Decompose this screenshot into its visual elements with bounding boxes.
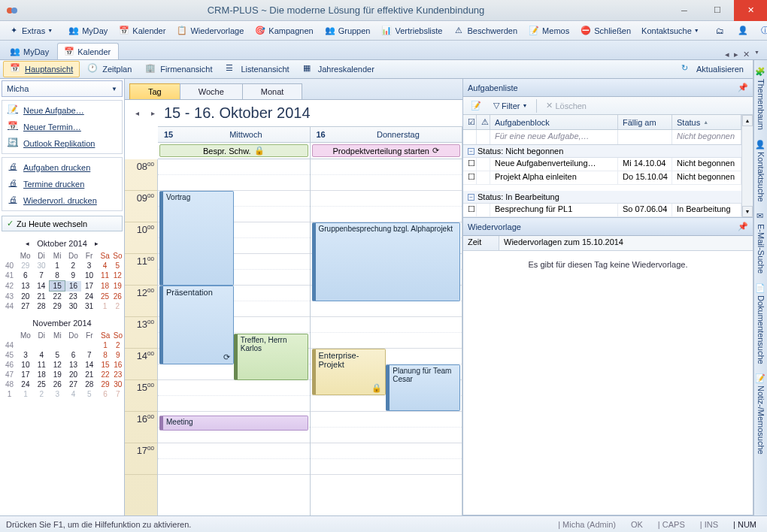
minical-day[interactable]: 30 (65, 301, 81, 311)
tab-close-icon[interactable]: ✕ (743, 50, 750, 59)
minical-day[interactable]: 1 (50, 261, 65, 271)
minical-day[interactable]: 27 (65, 379, 81, 389)
minical-day[interactable]: 22 (97, 370, 113, 379)
righttab-notizmemo[interactable]: 📝Notiz-/Memosuche (756, 373, 765, 455)
tasks-scrollbar[interactable]: ▲ ▼ (741, 115, 753, 217)
minical-day[interactable]: 15 (97, 360, 113, 370)
minical-day[interactable] (50, 340, 65, 350)
righttab-dokumentensuche[interactable]: 📄Dokumentensuche (756, 283, 765, 364)
allday-event-2[interactable]: Prodpektverteilung starten⟳ (312, 144, 461, 157)
event-planung[interactable]: Planung für Team Cesar (386, 364, 460, 411)
kontaktsuche-button[interactable]: Kontaktsuche▼ (637, 25, 704, 37)
caltab-woche[interactable]: Woche (180, 83, 243, 99)
minical-day[interactable]: 2 (113, 301, 122, 311)
scroll-up-icon[interactable]: ▲ (742, 115, 753, 126)
help-button[interactable]: ⓘ (755, 23, 767, 38)
minical-day[interactable]: 9 (65, 271, 81, 281)
minical-day[interactable]: 25 (97, 292, 113, 302)
minical-day[interactable]: 2 (34, 389, 50, 399)
minical-day[interactable] (65, 340, 81, 350)
user-dropdown[interactable]: Micha▼ (2, 80, 123, 97)
minical-day[interactable]: 3 (50, 389, 65, 399)
extra2-button[interactable]: 👤 (732, 23, 753, 38)
day-column-1[interactable]: Vortrag Präsentation⟳ Treffen, Herrn Kar… (158, 159, 311, 515)
event-treffen[interactable]: Treffen, Herrn Karlos (234, 334, 308, 380)
minical-day[interactable] (34, 340, 50, 350)
minical-day[interactable]: 25 (34, 379, 50, 389)
minical-day[interactable]: 20 (17, 292, 33, 302)
minical-day[interactable]: 7 (114, 389, 123, 399)
minical-day[interactable]: 18 (97, 281, 113, 292)
new-task-row[interactable]: Für eine neue Aufgabe,… Nicht begonnen (463, 130, 741, 145)
event-gruppenbesprechung[interactable]: Gruppenbesprechung bzgl. Alphaprojekt (312, 222, 461, 301)
minical-day[interactable]: 3 (17, 350, 34, 360)
beschwerden-button[interactable]: ⚠Beschwerden (448, 23, 522, 38)
righttab-themenbaum[interactable]: 🧩Themenbaum (756, 66, 765, 130)
minical-day[interactable]: 5 (113, 261, 122, 271)
minical-day[interactable]: 2 (65, 261, 81, 271)
minical-day[interactable]: 12 (50, 360, 65, 370)
minical-day[interactable]: 24 (81, 292, 97, 302)
day-header-2[interactable]: 16Donnerstag (311, 127, 463, 142)
minical-day[interactable]: 23 (65, 292, 81, 302)
minical-day[interactable]: 16 (114, 360, 123, 370)
sidebar-termine-drucken[interactable]: 🖨Termine drucken (4, 176, 120, 192)
myday-button[interactable]: 👥MyDay (63, 23, 112, 38)
minical-day[interactable]: 24 (17, 379, 34, 389)
minimize-button[interactable]: ─ (668, 0, 701, 21)
col-status[interactable]: Status ▲ (672, 115, 741, 129)
close-button[interactable]: ✕ (734, 0, 767, 21)
minical-day[interactable] (17, 340, 34, 350)
day-column-2[interactable]: Gruppenbesprechung bzgl. Alphaprojekt En… (311, 159, 463, 515)
tab-menu-icon[interactable]: ▼ (754, 50, 759, 59)
minical-day[interactable]: 4 (65, 389, 81, 399)
tasks-filter-button[interactable]: ▽Filter▼ (489, 99, 532, 112)
minical-day[interactable]: 6 (17, 271, 33, 281)
minical-day[interactable]: 28 (33, 301, 49, 311)
minical-day[interactable]: 4 (34, 350, 50, 360)
kampagnen-button[interactable]: 🎯Kampagnen (250, 23, 317, 38)
minical-day[interactable]: 6 (97, 389, 113, 399)
sidebar-outlook[interactable]: 🔄Outlook Replikation (4, 135, 120, 152)
minical-day[interactable]: 19 (50, 370, 65, 379)
view-firmenansicht[interactable]: 🏢Firmenansicht (139, 62, 218, 77)
minical-day[interactable]: 29 (17, 261, 33, 271)
cal-next-button[interactable]: ▸ (148, 109, 158, 117)
minical-day[interactable]: 15 (50, 281, 65, 292)
cal-prev-button[interactable]: ◂ (132, 109, 142, 117)
scroll-down-icon[interactable]: ▼ (742, 206, 753, 217)
minical-day[interactable]: 10 (17, 360, 34, 370)
minical-day[interactable]: 17 (17, 370, 34, 379)
minical-day[interactable]: 30 (114, 379, 123, 389)
minical-day[interactable]: 7 (81, 350, 97, 360)
minical-day[interactable]: 6 (65, 350, 81, 360)
aktualisieren-button[interactable]: ↻Aktualisieren (675, 62, 750, 77)
minical-day[interactable]: 23 (114, 370, 123, 379)
caltab-monat[interactable]: Monat (242, 83, 303, 99)
event-meeting[interactable]: Meeting (159, 416, 308, 431)
view-hauptansicht[interactable]: 📅Hauptansicht (3, 61, 80, 77)
minical-day[interactable]: 1 (97, 340, 113, 350)
minical-next[interactable]: ▸ (92, 240, 102, 247)
righttab-kontaktsuche[interactable]: 👤Kontaktsuche (756, 139, 765, 202)
minical-day[interactable]: 3 (81, 261, 97, 271)
minical-day[interactable]: 18 (34, 370, 50, 379)
task-row[interactable]: ☐Neue Aufgabenverteilung…Mi 14.10.04Nich… (463, 158, 741, 171)
collapse-icon[interactable]: − (468, 194, 474, 201)
minical-day[interactable]: 27 (17, 301, 33, 311)
minical-day[interactable]: 4 (97, 261, 113, 271)
minical-day[interactable]: 29 (97, 379, 113, 389)
minical-day[interactable]: 16 (65, 281, 81, 292)
tab-myday[interactable]: 👥MyDay (3, 43, 57, 59)
allday-event-1[interactable]: Bespr. Schw.🔒 (159, 144, 308, 157)
minical-day[interactable]: 14 (33, 281, 49, 292)
tab-next-icon[interactable]: ▸ (734, 50, 738, 59)
wiedervorlage-button[interactable]: 📋Wiedervorlage (171, 23, 248, 38)
sidebar-wiedervorl-drucken[interactable]: 🖨Wiedervorl. drucken (4, 192, 120, 209)
minical-day[interactable]: 9 (114, 350, 123, 360)
minical-day[interactable]: 29 (50, 301, 65, 311)
minical-day[interactable]: 21 (81, 370, 97, 379)
task-row[interactable]: ☐Projekt Alpha einleitenDo 15.10.04Nicht… (463, 171, 741, 185)
minical-day[interactable]: 10 (81, 271, 97, 281)
tasks-new-button[interactable]: 📝 (466, 99, 486, 112)
